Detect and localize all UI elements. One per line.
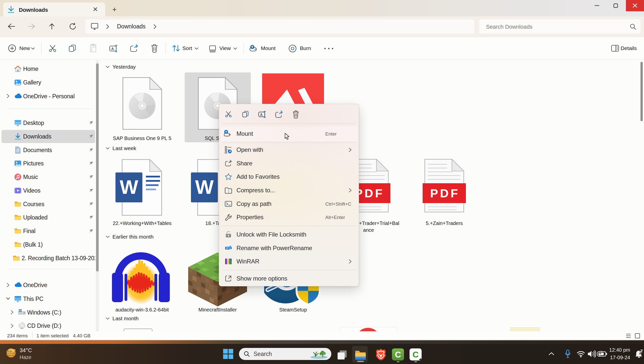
svg-text:A: A (260, 113, 263, 117)
svg-text:A: A (111, 47, 114, 51)
